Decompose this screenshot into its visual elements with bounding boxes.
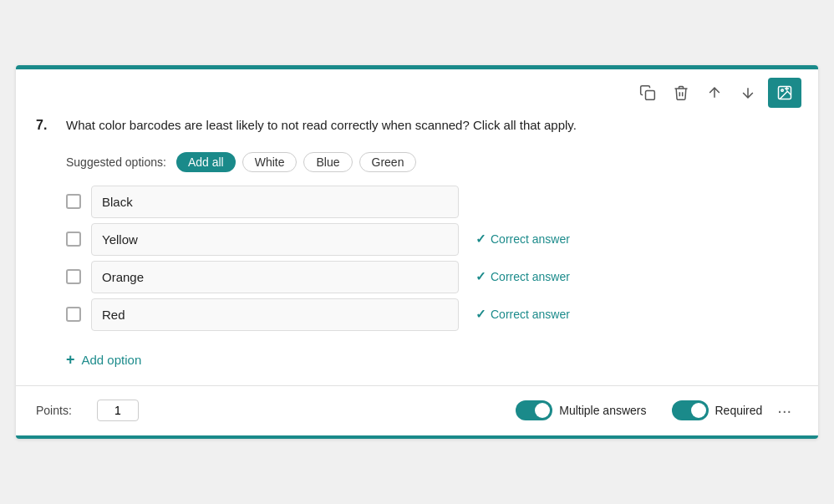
multiple-answers-label: Multiple answers [559, 404, 646, 417]
question-number: 7. [36, 116, 56, 133]
correct-answer-label-yellow: Correct answer [491, 232, 570, 246]
option-checkbox-orange[interactable] [66, 269, 81, 284]
toolbar [16, 69, 818, 116]
option-checkbox-red[interactable] [66, 307, 81, 322]
option-row-black [66, 186, 798, 218]
check-icon-red: ✓ [475, 307, 486, 322]
svg-rect-0 [646, 91, 655, 100]
option-row-yellow: ✓ Correct answer [66, 223, 798, 256]
add-all-button[interactable]: Add all [176, 152, 236, 172]
add-option-label: Add option [82, 353, 142, 367]
move-down-button[interactable] [735, 78, 761, 108]
option-input-red[interactable] [91, 298, 459, 331]
white-tag-button[interactable]: White [242, 152, 297, 172]
question-text: What color barcodes are least likely to … [66, 116, 798, 135]
footer: Points: Multiple answers Required ··· [16, 386, 818, 435]
svg-point-4 [781, 89, 784, 92]
option-row-red: ✓ Correct answer [66, 298, 798, 331]
check-icon-yellow: ✓ [475, 232, 486, 247]
suggested-options-label: Suggested options: [66, 155, 166, 169]
option-input-orange[interactable] [91, 261, 459, 293]
question-card: 7. What color barcodes are least likely … [16, 65, 818, 439]
delete-button[interactable] [668, 78, 694, 108]
option-checkbox-black[interactable] [66, 194, 81, 209]
points-label: Points: [36, 404, 72, 417]
blue-tag-button[interactable]: Blue [303, 152, 352, 172]
plus-icon: + [66, 351, 75, 369]
green-tag-button[interactable]: Green [359, 152, 417, 172]
more-options-button[interactable]: ··· [770, 398, 798, 424]
correct-answer-label-red: Correct answer [491, 308, 570, 321]
correct-answer-orange: ✓ Correct answer [475, 269, 570, 284]
question-row: 7. What color barcodes are least likely … [16, 116, 818, 149]
correct-answer-label-orange: Correct answer [491, 270, 570, 283]
check-icon-orange: ✓ [475, 269, 486, 284]
add-image-button[interactable] [768, 78, 801, 108]
correct-answer-red: ✓ Correct answer [475, 307, 570, 322]
options-list: ✓ Correct answer ✓ Correct answer ✓ Corr… [16, 186, 818, 344]
option-checkbox-yellow[interactable] [66, 232, 81, 247]
required-toggle[interactable] [672, 400, 709, 420]
option-input-black[interactable] [91, 186, 459, 218]
points-input[interactable] [97, 400, 139, 421]
bottom-accent-bar [16, 435, 818, 439]
required-toggle-item: Required [672, 400, 763, 420]
suggested-options-row: Suggested options: Add all White Blue Gr… [16, 149, 818, 186]
toggle-group: Multiple answers Required ··· [516, 398, 798, 424]
option-row-orange: ✓ Correct answer [66, 261, 798, 293]
multiple-answers-toggle[interactable] [516, 400, 552, 420]
add-option-row[interactable]: + Add option [16, 344, 818, 385]
move-up-button[interactable] [701, 78, 728, 108]
multiple-answers-toggle-item: Multiple answers [516, 400, 646, 420]
copy-button[interactable] [634, 78, 661, 108]
required-label: Required [715, 404, 763, 417]
option-input-yellow[interactable] [91, 223, 459, 256]
correct-answer-yellow: ✓ Correct answer [475, 232, 570, 247]
